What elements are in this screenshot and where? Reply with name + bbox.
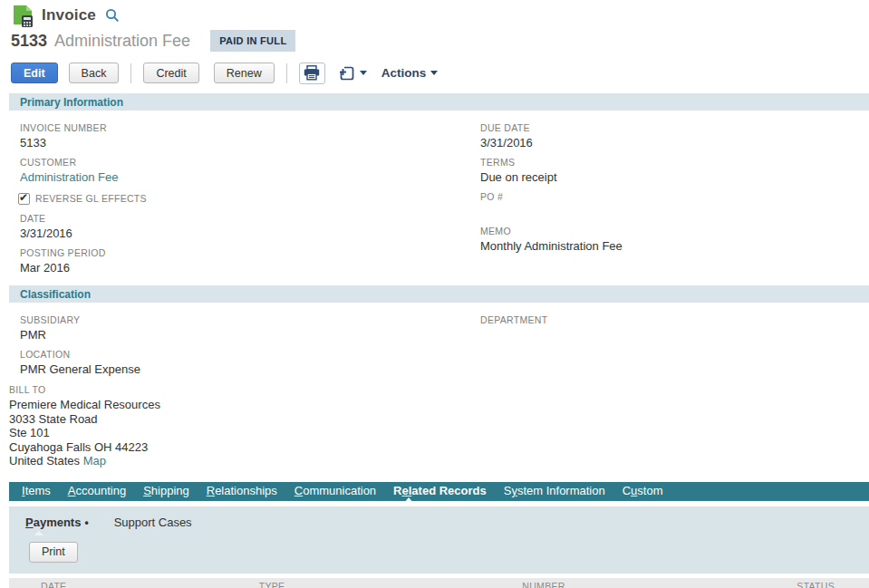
field-customer: CUSTOMER Administration Fee: [20, 157, 480, 184]
printer-icon: [304, 65, 320, 81]
field-value: 3/31/2016: [480, 136, 869, 149]
record-name: Administration Fee: [54, 32, 190, 51]
column-header-number: NUMBER: [390, 581, 698, 588]
renew-button[interactable]: Renew: [214, 63, 275, 83]
field-label: SUBSIDIARY: [20, 314, 480, 325]
dropdown-dot-icon: •: [84, 516, 88, 529]
edit-button[interactable]: Edit: [11, 63, 58, 83]
toolbar-divider: [130, 63, 131, 83]
field-invoice-number: INVOICE NUMBER 5133: [20, 122, 480, 149]
reverse-gl-effects-checkbox[interactable]: [18, 193, 30, 205]
toolbar: Edit Back Credit Renew Actions: [0, 62, 869, 84]
tab-communication[interactable]: Communication: [294, 482, 376, 500]
toolbar-divider: [286, 63, 287, 83]
field-po-number: PO #: [480, 191, 869, 218]
field-terms: TERMS Due on receipt: [480, 157, 869, 184]
field-label: CUSTOMER: [20, 157, 480, 168]
field-label: POSTING PERIOD: [20, 247, 480, 258]
classification-fields: SUBSIDIARY PMR LOCATION PMR General Expe…: [0, 303, 869, 476]
field-department: DEPARTMENT: [480, 314, 869, 342]
field-date: DATE 3/31/2016: [20, 213, 480, 240]
actions-label: Actions: [381, 66, 427, 80]
field-value: [480, 328, 869, 342]
section-title: Primary Information: [20, 96, 123, 109]
map-link[interactable]: Map: [83, 454, 106, 468]
page-title: Invoice: [42, 6, 96, 24]
field-value: PMR General Expense: [20, 362, 480, 376]
table-header-row: DATE TYPE NUMBER STATUS: [9, 578, 869, 588]
section-classification: Classification: [9, 285, 869, 303]
field-location: LOCATION PMR General Expense: [20, 349, 480, 376]
actions-menu[interactable]: Actions: [381, 66, 439, 80]
bill-to-line: Premiere Medical Resources: [9, 398, 480, 412]
tab-related-records[interactable]: Related Records: [393, 482, 487, 500]
credit-button[interactable]: Credit: [143, 63, 198, 83]
field-value: Mar 2016: [20, 261, 480, 275]
print-button[interactable]: Print: [29, 542, 78, 563]
subtab-support-cases[interactable]: Support Cases: [114, 516, 192, 529]
chevron-down-icon: [430, 71, 438, 75]
field-label: DUE DATE: [480, 122, 869, 133]
field-value: Due on receipt: [480, 170, 869, 184]
record-header: 5133 Administration Fee PAID IN FULL: [0, 28, 869, 53]
search-icon[interactable]: [105, 8, 120, 23]
field-value: [480, 205, 869, 218]
column-header-date: DATE: [9, 581, 154, 588]
bill-to-line: Cuyahoga Falls OH 44223: [9, 440, 480, 455]
field-label: MEMO: [480, 226, 869, 236]
main-tabbar: Items Accounting Shipping Relationships …: [9, 482, 869, 501]
print-icon-button[interactable]: [299, 63, 325, 84]
section-title: Classification: [20, 288, 91, 301]
tab-system-information[interactable]: System Information: [504, 482, 605, 500]
field-label: INVOICE NUMBER: [20, 122, 480, 133]
field-value: Monthly Administration Fee: [480, 239, 869, 253]
bill-to-line: 3033 State Road: [9, 412, 480, 427]
invoice-document-icon: [13, 5, 34, 27]
field-value: PMR: [20, 328, 480, 342]
field-reverse-gl-effects: REVERSE GL EFFECTS: [18, 191, 480, 206]
checkbox-label: REVERSE GL EFFECTS: [35, 193, 147, 204]
field-memo: MEMO Monthly Administration Fee: [480, 226, 869, 253]
tab-accounting[interactable]: Accounting: [68, 482, 126, 500]
tab-custom[interactable]: Custom: [623, 482, 663, 500]
bill-to-line: United States Map: [9, 454, 480, 468]
app-header: Invoice: [0, 0, 869, 25]
bill-to-country: United States: [9, 454, 80, 468]
field-label: LOCATION: [20, 349, 480, 360]
back-button[interactable]: Back: [69, 63, 120, 83]
column-header-type: TYPE: [154, 581, 390, 588]
chevron-down-icon: [360, 71, 367, 75]
field-label: BILL TO: [9, 384, 480, 395]
field-label: DATE: [20, 213, 480, 224]
new-page-icon: [339, 65, 355, 82]
field-bill-to: BILL TO Premiere Medical Resources 3033 …: [9, 384, 480, 468]
field-value: 5133: [20, 136, 480, 149]
field-due-date: DUE DATE 3/31/2016: [480, 122, 869, 149]
primary-fields: INVOICE NUMBER 5133 CUSTOMER Administrat…: [0, 111, 869, 282]
section-primary-information: Primary Information: [9, 93, 869, 111]
payments-table: DATE TYPE NUMBER STATUS 3/31/2016 Credit…: [9, 578, 869, 588]
field-label: TERMS: [480, 157, 869, 168]
field-label: PO #: [480, 191, 869, 202]
tab-shipping[interactable]: Shipping: [143, 482, 189, 500]
tab-relationships[interactable]: Relationships: [207, 482, 277, 500]
related-records-panel: Payments• Support Cases Print: [9, 506, 869, 574]
subtab-payments[interactable]: Payments•: [25, 516, 89, 529]
field-posting-period: POSTING PERIOD Mar 2016: [20, 247, 480, 275]
tab-items[interactable]: Items: [22, 482, 51, 500]
new-record-dropdown[interactable]: [339, 65, 367, 82]
customer-link[interactable]: Administration Fee: [20, 170, 118, 184]
field-subsidiary: SUBSIDIARY PMR: [20, 314, 480, 342]
record-id: 5133: [11, 32, 47, 51]
column-header-status: STATUS: [698, 581, 869, 588]
bill-to-line: Ste 101: [9, 426, 480, 440]
field-label: DEPARTMENT: [480, 314, 869, 325]
status-badge: PAID IN FULL: [210, 30, 295, 52]
field-value: 3/31/2016: [20, 227, 480, 240]
